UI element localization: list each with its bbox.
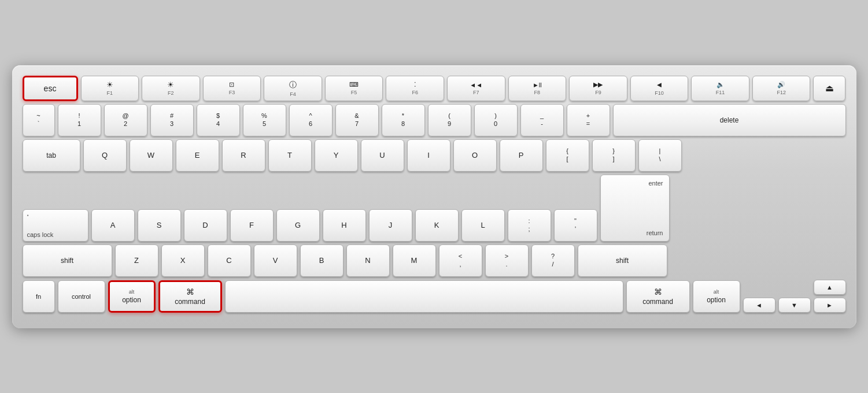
0-key[interactable]: )0 [474,104,518,136]
6-key[interactable]: ^6 [289,104,333,136]
f1-key[interactable]: ☀ F1 [81,76,139,101]
4-key[interactable]: $4 [197,104,240,136]
rbracket-key[interactable]: }] [592,139,636,172]
tab-key[interactable]: tab [23,139,80,172]
slash-key[interactable]: ?/ [531,244,575,277]
arrow-cluster: ▲ ◄ ▼ ► [743,280,846,313]
space-key[interactable] [225,280,623,313]
o-key[interactable]: O [453,139,497,172]
u-key[interactable]: U [361,139,404,172]
keyboard: esc ☀ F1 ☀ F2 ⊡ F3 ⓘ F4 [12,65,856,328]
qwerty-row: tab Q W E R T Y U I O P {[ }] |\ [23,139,846,172]
number-row: ~` !1 @2 #3 $4 %5 ^6 &7 *8 (9 )0 [23,104,846,136]
option-right-key[interactable]: alt option [693,280,740,313]
c-key[interactable]: C [208,244,251,277]
shift-right-key[interactable]: shift [578,244,667,277]
f5-key[interactable]: ⌨ F5 [325,76,383,101]
grave-key[interactable]: ~` [23,104,55,136]
w-key[interactable]: W [130,139,173,172]
b-key[interactable]: B [300,244,343,277]
backslash-key[interactable]: |\ [638,139,682,172]
g-key[interactable]: G [276,209,320,242]
f7-key[interactable]: ◄◄ F7 [447,76,505,101]
i-key[interactable]: I [407,139,450,172]
5-key[interactable]: %5 [243,104,286,136]
a-key[interactable]: A [91,209,135,242]
f3-key[interactable]: ⊡ F3 [203,76,261,101]
lbracket-key[interactable]: {[ [546,139,589,172]
f10-key[interactable]: ◄ F10 [630,76,689,101]
esc-key[interactable]: esc [23,76,78,101]
shift-left-key[interactable]: shift [23,244,112,277]
r-key[interactable]: R [222,139,265,172]
f9-key[interactable]: ▶▶ F9 [569,76,627,101]
n-key[interactable]: N [346,244,390,277]
f11-key[interactable]: 🔈 F11 [691,76,749,101]
enter-key[interactable]: enter return [600,175,670,242]
s-key[interactable]: S [138,209,181,242]
shift-row: shift Z X C V B N M <, >. ?/ shift [23,244,846,277]
semicolon-key[interactable]: :; [508,209,551,242]
minus-key[interactable]: _- [520,104,564,136]
option-left-key[interactable]: alt option [108,280,156,313]
9-key[interactable]: (9 [428,104,471,136]
j-key[interactable]: J [369,209,412,242]
f4-key[interactable]: ⓘ F4 [264,76,322,101]
m-key[interactable]: M [393,244,436,277]
8-key[interactable]: *8 [382,104,425,136]
arrow-down-key[interactable]: ▼ [778,298,811,313]
z-key[interactable]: Z [115,244,158,277]
t-key[interactable]: T [268,139,312,172]
comma-key[interactable]: <, [439,244,482,277]
delete-key[interactable]: delete [613,104,846,136]
1-key[interactable]: !1 [58,104,101,136]
f2-key[interactable]: ☀ F2 [142,76,200,101]
quote-key[interactable]: "' [554,209,597,242]
f12-key[interactable]: 🔊 F12 [752,76,811,101]
home-row: • caps lock A S D F G H J K L :; "' ente… [23,175,846,242]
equals-key[interactable]: += [567,104,610,136]
k-key[interactable]: K [415,209,459,242]
q-key[interactable]: Q [83,139,127,172]
control-key[interactable]: control [58,280,105,313]
3-key[interactable]: #3 [150,104,194,136]
bottom-row: fn control alt option ⌘ command ⌘ comman… [23,280,846,313]
fn-row: esc ☀ F1 ☀ F2 ⊡ F3 ⓘ F4 [23,76,846,101]
f-key[interactable]: F [230,209,274,242]
2-key[interactable]: @2 [104,104,147,136]
arrow-up-key[interactable]: ▲ [814,280,846,295]
period-key[interactable]: >. [485,244,529,277]
eject-key[interactable]: ⏏ [813,76,845,101]
x-key[interactable]: X [161,244,205,277]
capslock-key[interactable]: • caps lock [23,209,88,242]
command-left-key[interactable]: ⌘ command [158,280,222,313]
v-key[interactable]: V [254,244,297,277]
f8-key[interactable]: ►ll F8 [508,76,567,101]
d-key[interactable]: D [184,209,227,242]
fn-key[interactable]: fn [23,280,55,313]
e-key[interactable]: E [176,139,219,172]
f6-key[interactable]: ⁚ F6 [386,76,444,101]
h-key[interactable]: H [323,209,366,242]
7-key[interactable]: &7 [335,104,379,136]
command-right-key[interactable]: ⌘ command [626,280,690,313]
l-key[interactable]: L [461,209,505,242]
y-key[interactable]: Y [315,139,358,172]
arrow-left-key[interactable]: ◄ [743,298,775,313]
p-key[interactable]: P [500,139,543,172]
arrow-right-key[interactable]: ► [814,298,846,313]
